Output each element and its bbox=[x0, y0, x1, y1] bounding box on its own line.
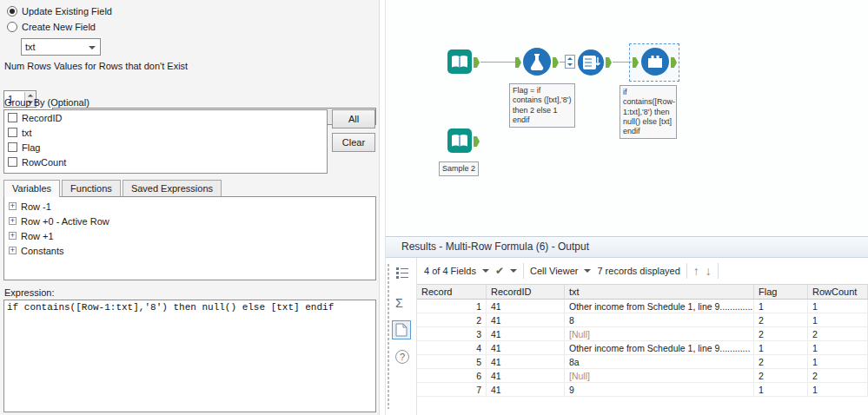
table-row[interactable]: 1 41 Other income from Schedule 1, line … bbox=[417, 300, 868, 313]
cell-txt: Other income from Schedule 1, line 9....… bbox=[565, 300, 754, 313]
cell-flag: 2 bbox=[754, 313, 808, 326]
chevron-down-icon bbox=[89, 46, 96, 49]
cell-rowcount: 1 bbox=[808, 341, 868, 354]
connection-wire[interactable] bbox=[480, 62, 515, 63]
group-by-option-label: RowCount bbox=[22, 157, 66, 168]
checkbox-icon[interactable] bbox=[8, 113, 17, 122]
checkbox-icon[interactable] bbox=[8, 157, 17, 167]
cell-rowcount: 1 bbox=[808, 313, 868, 326]
group-by-option[interactable]: RecordID bbox=[4, 110, 327, 125]
multi-row-formula-selected-tool-icon[interactable] bbox=[640, 47, 670, 76]
radio-create-new-label: Create New Field bbox=[22, 22, 96, 32]
multi-row-formula-tool-icon[interactable] bbox=[577, 49, 605, 76]
metadata-view-selected-frame[interactable] bbox=[392, 320, 411, 339]
clear-button[interactable]: Clear bbox=[332, 133, 375, 152]
cell-flag: 2 bbox=[754, 369, 808, 382]
column-header-recordid[interactable]: RecordID bbox=[487, 285, 565, 299]
connection-list-icon[interactable] bbox=[395, 266, 409, 280]
checkbox-icon[interactable] bbox=[8, 142, 17, 152]
table-row[interactable]: 7 41 9 1 1 bbox=[417, 383, 868, 397]
scroll-down-icon[interactable] bbox=[706, 264, 712, 278]
cell-flag: 1 bbox=[754, 341, 808, 354]
cell-flag: 1 bbox=[754, 383, 808, 396]
tree-item[interactable]: Row -1 bbox=[4, 199, 375, 214]
alteryx-designer-window: Update Existing Field Create New Field t… bbox=[0, 0, 868, 415]
table-row[interactable]: 4 41 Other income from Schedule 1, line … bbox=[417, 341, 868, 355]
tab-saved-expressions[interactable]: Saved Expressions bbox=[123, 180, 222, 196]
tree-item[interactable]: Constants bbox=[4, 243, 375, 258]
checkmark-icon[interactable] bbox=[495, 265, 504, 277]
formula-tool-annotation[interactable]: Flag = if contains ([txt],'8') then 2 el… bbox=[509, 83, 575, 128]
column-header-rowcount[interactable]: RowCount bbox=[808, 285, 868, 299]
fields-dropdown[interactable]: 4 of 4 Fields bbox=[424, 266, 476, 276]
all-button[interactable]: All bbox=[332, 109, 375, 128]
group-by-option[interactable]: RowCount bbox=[4, 155, 327, 169]
field-select[interactable]: txt bbox=[21, 38, 101, 56]
multi-row-formula-annotation[interactable]: if contains([Row-1:txt],'8') then null()… bbox=[620, 85, 677, 139]
cell-viewer-dropdown[interactable]: Cell Viewer bbox=[530, 266, 578, 276]
cell-recordid: 41 bbox=[487, 369, 565, 382]
radio-unselected-icon[interactable] bbox=[7, 22, 17, 32]
cell-record: 4 bbox=[417, 341, 487, 354]
toolbar-separator bbox=[686, 263, 687, 279]
radio-create-new-field[interactable]: Create New Field bbox=[7, 21, 96, 33]
expand-plus-icon[interactable] bbox=[9, 247, 17, 254]
cell-txt: [Null] bbox=[565, 369, 754, 382]
text-input-tool-icon[interactable] bbox=[447, 49, 473, 75]
group-by-option[interactable]: txt bbox=[4, 125, 327, 140]
text-input-sample2-tool-icon[interactable] bbox=[447, 128, 473, 154]
expand-plus-icon[interactable] bbox=[9, 202, 17, 210]
formula-tool-icon[interactable] bbox=[522, 47, 552, 76]
cell-record: 1 bbox=[417, 300, 487, 313]
output-anchor[interactable] bbox=[606, 57, 612, 68]
table-row[interactable]: 3 41 [Null] 2 2 bbox=[417, 327, 868, 341]
tree-item[interactable]: Row +1 bbox=[4, 228, 375, 243]
results-panel: Results - Multi-Row Formula (6) - Output bbox=[385, 236, 868, 415]
sample2-annotation[interactable]: Sample 2 bbox=[439, 161, 479, 176]
output-anchor[interactable] bbox=[474, 136, 480, 147]
radio-update-existing-field[interactable]: Update Existing Field bbox=[7, 5, 112, 17]
scroll-up-icon[interactable] bbox=[693, 264, 699, 278]
cell-flag: 1 bbox=[754, 300, 808, 313]
expand-plus-icon[interactable] bbox=[9, 232, 17, 240]
cell-record: 2 bbox=[417, 313, 487, 326]
radio-selected-icon[interactable] bbox=[7, 6, 17, 16]
cell-recordid: 41 bbox=[487, 341, 565, 354]
expand-plus-icon[interactable] bbox=[9, 217, 17, 225]
tree-item[interactable]: Row +0 - Active Row bbox=[4, 214, 375, 228]
cell-record: 6 bbox=[417, 369, 487, 382]
chevron-down-icon[interactable] bbox=[510, 269, 517, 273]
tree-item-label: Constants bbox=[21, 246, 64, 256]
metadata-page-icon[interactable] bbox=[395, 323, 407, 337]
column-header-flag[interactable]: Flag bbox=[754, 285, 808, 299]
expression-helper-tabs: Variables Functions Saved Expressions bbox=[3, 180, 221, 196]
output-anchor[interactable] bbox=[553, 57, 559, 68]
chevron-down-icon[interactable] bbox=[482, 269, 489, 273]
data-profile-sigma-icon[interactable] bbox=[395, 296, 403, 310]
cell-rowcount: 2 bbox=[808, 327, 868, 340]
column-header-record[interactable]: Record bbox=[417, 285, 487, 299]
expression-editor[interactable]: if contains([Row-1:txt],'8') then null()… bbox=[3, 300, 376, 412]
tab-variables[interactable]: Variables bbox=[3, 180, 60, 197]
field-select-value: txt bbox=[25, 42, 36, 52]
workflow-canvas[interactable]: Flag = if contains ([txt],'8') then 2 el… bbox=[385, 0, 868, 236]
input-anchor[interactable] bbox=[515, 57, 521, 68]
column-header-txt[interactable]: txt bbox=[565, 285, 754, 299]
sort-input-anchor-icon[interactable] bbox=[565, 55, 575, 69]
cell-rowcount: 1 bbox=[808, 355, 868, 368]
chevron-down-icon[interactable] bbox=[584, 269, 591, 273]
checkbox-icon[interactable] bbox=[8, 128, 17, 137]
table-row[interactable]: 2 41 8 2 1 bbox=[417, 313, 868, 327]
table-row[interactable]: 6 41 [Null] 2 2 bbox=[417, 369, 868, 383]
tab-functions[interactable]: Functions bbox=[62, 180, 121, 196]
cell-record: 3 bbox=[417, 327, 487, 340]
results-table-body: 1 41 Other income from Schedule 1, line … bbox=[417, 300, 868, 397]
group-by-option[interactable]: Flag bbox=[4, 140, 327, 155]
output-anchor[interactable] bbox=[474, 57, 480, 68]
results-main: 4 of 4 Fields Cell Viewer 7 records disp… bbox=[417, 258, 868, 415]
help-icon[interactable] bbox=[395, 350, 409, 364]
toolbar-separator bbox=[523, 263, 524, 279]
toolbar-separator bbox=[718, 263, 719, 279]
cell-txt: [Null] bbox=[565, 327, 754, 340]
table-row[interactable]: 5 41 8a 2 1 bbox=[417, 355, 868, 369]
